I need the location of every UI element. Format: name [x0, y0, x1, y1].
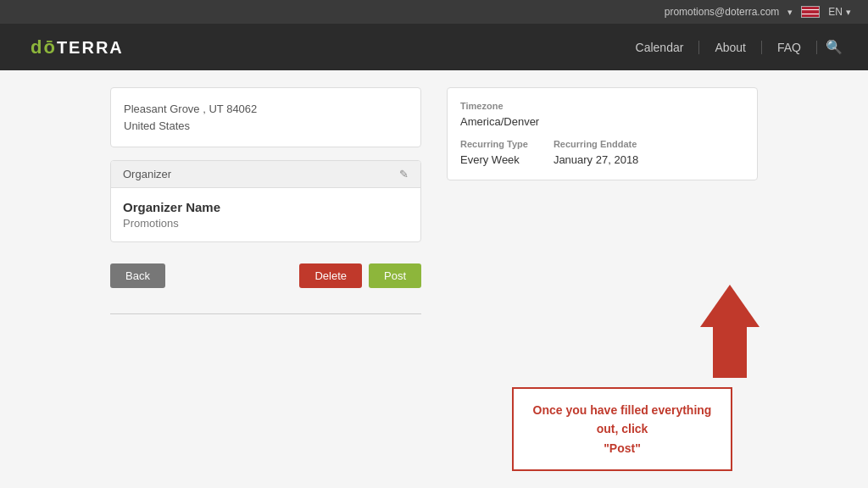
timezone-row: Timezone America/Denver — [460, 101, 744, 129]
tooltip-box: Once you have filled everything out, cli… — [512, 387, 732, 471]
organizer-sub: Promotions — [123, 217, 409, 230]
organizer-header: Organizer ✎ — [111, 161, 420, 188]
nav-calendar[interactable]: Calendar — [620, 41, 700, 54]
recurring-type-label: Recurring Type — [460, 139, 528, 149]
divider — [110, 313, 421, 314]
organizer-box: Organizer ✎ Organizer Name Promotions — [110, 160, 421, 242]
organizer-section-title: Organizer — [123, 168, 171, 180]
recurring-type-item: Recurring Type Every Week — [460, 139, 528, 167]
lang-selector[interactable]: EN ▾ — [828, 6, 851, 18]
address-line1: Pleasant Grove , UT 84062 — [124, 101, 408, 118]
address-line2: United States — [124, 118, 408, 135]
recurring-enddate-item: Recurring Enddate January 27, 2018 — [554, 139, 638, 167]
post-button[interactable]: Post — [369, 263, 421, 288]
main-content: Pleasant Grove , UT 84062 United States … — [0, 70, 868, 488]
red-arrow — [700, 285, 760, 378]
search-icon[interactable]: 🔍 — [817, 39, 851, 55]
recurring-enddate-label: Recurring Enddate — [554, 139, 638, 149]
user-email[interactable]: promotions@doterra.com — [665, 6, 780, 18]
recurring-type-value: Every Week — [460, 153, 520, 166]
delete-button[interactable]: Delete — [299, 263, 362, 288]
nav-bar: dōTERRA Calendar About FAQ 🔍 — [0, 24, 868, 70]
recurring-row: Recurring Type Every Week Recurring Endd… — [460, 139, 744, 167]
right-buttons: Delete Post — [299, 263, 421, 288]
lang-dropdown-arrow[interactable]: ▾ — [846, 7, 851, 18]
timezone-label: Timezone — [460, 101, 539, 111]
nav-faq[interactable]: FAQ — [762, 41, 817, 54]
timezone-item: Timezone America/Denver — [460, 101, 539, 129]
organizer-body: Organizer Name Promotions — [111, 188, 420, 241]
timezone-value: America/Denver — [460, 115, 539, 128]
organizer-name: Organizer Name — [123, 200, 409, 214]
nav-about[interactable]: About — [699, 41, 762, 54]
left-column: Pleasant Grove , UT 84062 United States … — [110, 87, 421, 471]
email-dropdown-arrow[interactable]: ▾ — [787, 7, 793, 18]
top-bar: promotions@doterra.com ▾ EN ▾ — [0, 0, 868, 24]
address-box: Pleasant Grove , UT 84062 United States — [110, 87, 421, 147]
recurring-enddate-value: January 27, 2018 — [554, 153, 638, 166]
action-buttons: Back Delete Post — [110, 263, 421, 288]
logo[interactable]: dōTERRA — [17, 30, 137, 65]
info-box: Timezone America/Denver Recurring Type E… — [447, 87, 758, 180]
tooltip-text: Once you have filled everything out, cli… — [533, 403, 712, 455]
back-button[interactable]: Back — [110, 263, 165, 288]
flag-icon — [801, 6, 820, 18]
nav-links: Calendar About FAQ 🔍 — [620, 39, 851, 55]
edit-icon[interactable]: ✎ — [399, 168, 409, 180]
